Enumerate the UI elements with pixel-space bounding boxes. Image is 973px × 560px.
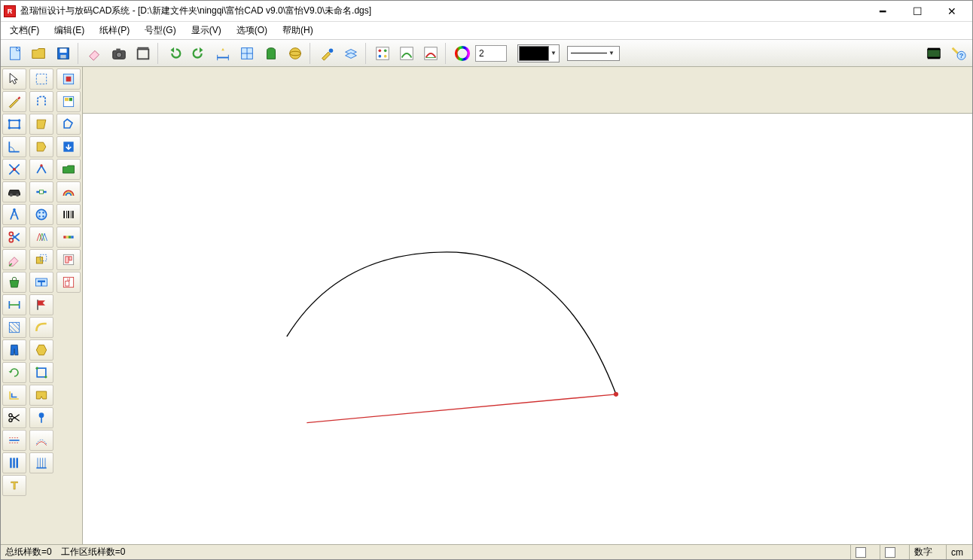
camera-button[interactable] [108,42,130,65]
adjust-tool[interactable] [29,159,53,180]
shape-button[interactable] [260,42,282,65]
svg-point-73 [38,212,41,214]
link-tool[interactable] [29,181,53,202]
menu-view[interactable]: 显示(V) [188,23,224,38]
offset-tool[interactable] [2,385,26,406]
pen-tool[interactable] [2,91,26,112]
bag-tool[interactable] [2,272,26,293]
rotate-tool[interactable] [2,362,26,383]
curve2-button[interactable] [419,42,442,65]
redo-button[interactable] [188,42,210,65]
layout-tool[interactable]: id [56,272,81,293]
transform-tool[interactable] [29,249,53,270]
svg-point-40 [13,168,16,171]
square-pts-tool[interactable] [29,362,53,383]
titlebar: R 盈瑞恒设计与放码CAD系统 - [D:\新建文件夹\ningqi\富怡CAD… [1,1,972,22]
eraser-tool[interactable] [2,249,26,270]
endpoint-marker [614,392,618,397]
intersect-tool[interactable] [2,159,26,180]
piece2-tool[interactable] [29,136,53,157]
drill-tool[interactable] [29,407,53,428]
svg-rect-98 [63,236,66,238]
new-file-button[interactable] [4,42,26,65]
text-tool[interactable]: T [2,475,26,496]
stitch-tool[interactable] [2,430,26,451]
status-unit[interactable]: cm [946,545,968,559]
pattern-list-tool[interactable] [56,91,81,112]
barcode-tool[interactable] [56,204,81,225]
status-color-1[interactable] [850,545,871,559]
grade-tool[interactable] [29,227,53,248]
shape-edit-tool[interactable] [29,91,53,112]
menu-help[interactable]: 帮助(H) [279,23,316,38]
menu-pattern[interactable]: 纸样(P) [96,23,133,38]
compass-tool[interactable] [2,204,26,225]
svg-point-16 [290,47,301,59]
angle-tool[interactable] [2,136,26,157]
svg-point-20 [379,49,382,52]
help-button[interactable]: ? [947,42,969,65]
button-tool[interactable] [29,204,53,225]
select-rect-tool[interactable] [29,68,53,90]
pleat-tool[interactable] [29,452,53,473]
rainbow-tool[interactable] [56,181,81,202]
menu-options[interactable]: 选项(O) [233,23,270,38]
curve-tool[interactable] [29,317,53,338]
undo-button[interactable] [163,42,186,65]
line-style-picker[interactable]: ▼ [567,46,620,61]
frame-tool-button[interactable] [132,42,154,65]
status-numlock: 数字 [909,545,937,559]
menubar: 文档(F) 编辑(E) 纸样(P) 号型(G) 显示(V) 选项(O) 帮助(H… [1,22,972,40]
globe-button[interactable] [284,42,307,65]
flag-tool[interactable] [29,294,53,315]
svg-rect-104 [69,257,72,260]
grid-button[interactable] [236,42,258,65]
status-color-2[interactable] [880,545,900,559]
layers-button[interactable] [340,42,362,65]
measure-button[interactable] [212,42,234,65]
color-picker[interactable]: ▼ [517,44,560,62]
minimize-button[interactable]: ━ [865,1,900,22]
piece-tool[interactable] [29,114,53,135]
rectangle-tool[interactable] [2,114,26,135]
svg-rect-29 [928,47,941,50]
stripes-tool[interactable] [2,452,26,473]
svg-point-86 [39,412,44,418]
machine-tool[interactable] [29,272,53,293]
folder-tool[interactable] [56,159,81,180]
pattern-piece-tool[interactable] [56,68,81,90]
pointer-tool[interactable] [2,68,26,90]
seam-tool[interactable] [29,430,53,451]
template-tool[interactable] [56,249,81,270]
open-file-button[interactable] [28,42,50,65]
hatch-tool[interactable] [2,317,26,338]
svg-rect-99 [66,236,69,238]
curve1-button[interactable] [395,42,418,65]
maximize-button[interactable]: ☐ [900,1,935,22]
color-dots-button[interactable] [371,42,394,65]
drawing-canvas[interactable] [83,114,972,544]
brush-button[interactable] [316,42,338,65]
eraser-button[interactable] [84,42,106,65]
film-strip-button[interactable] [923,42,945,65]
pattern-bar[interactable] [83,67,972,114]
car-tool[interactable] [2,181,26,202]
window-controls: ━ ☐ ✕ [865,1,969,22]
color-wheel-button[interactable] [451,42,474,65]
close-button[interactable]: ✕ [935,1,969,22]
menu-size[interactable]: 号型(G) [142,23,178,38]
menu-file[interactable]: 文档(F) [7,23,42,38]
export-tool[interactable] [56,136,81,157]
save-file-button[interactable] [52,42,75,65]
line-width-input[interactable] [475,45,507,62]
scissors-tool[interactable] [2,227,26,248]
pants-tool[interactable] [2,339,26,361]
outline-tool[interactable] [56,114,81,135]
colorbar-tool[interactable] [56,227,81,248]
piece3-tool[interactable] [29,339,53,361]
notch-tool[interactable] [29,385,53,406]
cut-tool[interactable] [2,407,26,428]
align-tool[interactable] [2,294,26,315]
svg-line-53 [9,329,13,333]
menu-edit[interactable]: 编辑(E) [51,23,87,38]
